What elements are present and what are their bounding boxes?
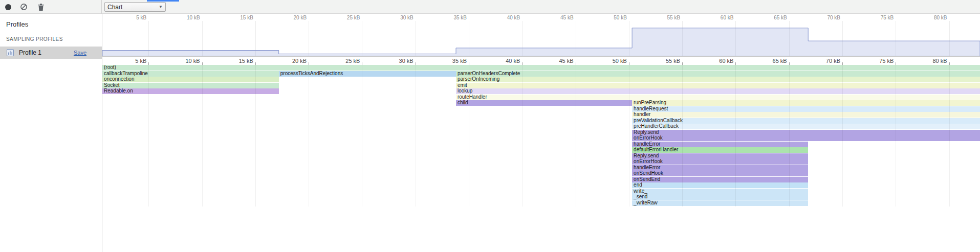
flame-chart-area: 5 kB10 kB15 kB20 kB25 kB30 kB35 kB40 kB4…	[102, 14, 980, 252]
flame-bar[interactable]: (root)	[102, 65, 980, 71]
flame-bar[interactable]: parserOnHeadersComplete	[456, 71, 980, 77]
flame-bar[interactable]: write_	[632, 189, 808, 194]
flame-bar-label: handleError	[634, 142, 660, 147]
overview-pane[interactable]: 5 kB10 kB15 kB20 kB25 kB30 kB35 kB40 kB4…	[102, 14, 980, 57]
flame-bar-label: child	[458, 100, 468, 105]
ruler-tick-label: 80 kB	[932, 58, 949, 64]
profile-icon	[6, 49, 14, 57]
toolbar-separator	[101, 0, 102, 14]
profile-name: Profile 1	[19, 49, 41, 56]
chart-view-select[interactable]: Chart ▼	[104, 2, 166, 12]
view-select-value: Chart	[107, 4, 122, 11]
flame-bar-label: Socket	[104, 83, 120, 88]
flame-bar-label: onSendEnd	[634, 177, 660, 182]
flame-bar-label: _send	[634, 194, 647, 199]
flame-bar-label: callbackTrampoline	[104, 71, 148, 76]
flame-bar-label: preHandlerCallback	[634, 124, 679, 129]
flame-bar-label: emit	[458, 83, 467, 88]
flame-bar-label: onSendHook	[634, 171, 663, 176]
trash-icon	[37, 3, 45, 11]
sidebar: Profiles SAMPLING PROFILES Profile 1 Sav…	[0, 14, 102, 252]
flame-bar-label: parserOnHeadersComplete	[458, 71, 520, 76]
flame-bar-label: lookup	[458, 88, 472, 94]
toolbar: Chart ▼	[0, 0, 980, 14]
flame-bars: (root)callbackTrampolineprocessTicksAndR…	[102, 65, 980, 252]
flame-bar-label: parserOnIncoming	[458, 77, 499, 82]
flame-bar[interactable]: onSendHook	[632, 171, 808, 176]
profiles-heading: Profiles	[6, 20, 28, 28]
ruler-tick-label: 5 kB	[135, 58, 148, 64]
flame-bar-label: routeHandler	[458, 95, 487, 100]
ruler-tick-label: 55 kB	[666, 58, 682, 64]
flame-bar-label: handleRequest	[634, 106, 668, 111]
record-icon	[5, 4, 11, 10]
main-ruler: 5 kB10 kB15 kB20 kB25 kB30 kB35 kB40 kB4…	[102, 57, 980, 65]
flame-bar-label: Reply.send	[634, 130, 659, 135]
flame-bar[interactable]: defaultErrorHandler	[632, 147, 808, 153]
overview-graph	[102, 14, 980, 56]
chevron-down-icon: ▼	[159, 5, 163, 9]
ruler-tick-label: 60 kB	[719, 58, 735, 64]
flame-bar-label: _writeRaw	[634, 200, 658, 205]
flame-bar-label: preValidationCallback	[634, 118, 683, 123]
record-button[interactable]	[3, 0, 13, 14]
flame-bar[interactable]: handleRequest	[632, 106, 980, 112]
flame-bar[interactable]: lookup	[456, 88, 980, 94]
ruler-tick-label: 70 kB	[826, 58, 842, 64]
flame-bar[interactable]: parserOnIncoming	[456, 77, 980, 82]
ruler-tick-label: 75 kB	[879, 58, 896, 64]
profile-item[interactable]: Profile 1 Save	[0, 47, 102, 59]
flame-bar[interactable]: onErrorHook	[632, 159, 808, 165]
flame-bar-label: runPreParsing	[634, 100, 666, 105]
flame-bar[interactable]: onconnection	[102, 77, 279, 82]
flame-bar[interactable]: _writeRaw	[632, 200, 808, 206]
flame-bar[interactable]: preValidationCallback	[632, 118, 980, 124]
flame-bar[interactable]: Readable.on	[102, 88, 279, 94]
ruler-tick-label: 50 kB	[613, 58, 629, 64]
flame-bar[interactable]: preHandlerCallback	[632, 124, 980, 129]
clear-profiles-button[interactable]	[18, 0, 29, 14]
flame-bar[interactable]: Socket	[102, 83, 279, 88]
ruler-tick-label: 25 kB	[345, 58, 362, 64]
flame-bar[interactable]: runPreParsing	[632, 100, 980, 106]
flame-bar[interactable]: callbackTrampoline	[102, 71, 279, 77]
flame-bar[interactable]: processTicksAndRejections	[279, 71, 456, 77]
ruler-tick-label: 65 kB	[773, 58, 789, 64]
ruler-tick-label: 15 kB	[239, 58, 255, 64]
ruler-tick-label: 45 kB	[559, 58, 575, 64]
flame-bar[interactable]: handleError	[632, 142, 808, 147]
flame-bar[interactable]: Reply.send	[632, 153, 808, 159]
flame-bar-label: onErrorHook	[634, 135, 663, 141]
flame-bar-label: write_	[634, 189, 647, 194]
delete-profile-button[interactable]	[36, 0, 46, 14]
flame-bar-label: onErrorHook	[634, 159, 663, 164]
flame-bar[interactable]: handler	[632, 112, 980, 118]
save-link[interactable]: Save	[74, 50, 86, 56]
flame-bar[interactable]: onSendEnd	[632, 177, 808, 182]
flame-bar-label: end	[634, 182, 642, 188]
ruler-tick-label: 35 kB	[452, 58, 469, 64]
memory-profiler-panel: Chart ▼ Profiles SAMPLING PROFILES Profi…	[0, 0, 980, 252]
flame-bar[interactable]: routeHandler	[456, 95, 980, 100]
flame-bar[interactable]: child	[456, 100, 632, 106]
flame-bar[interactable]: _send	[632, 194, 808, 200]
sampling-profiles-heading: SAMPLING PROFILES	[6, 36, 63, 42]
flame-bar[interactable]: onErrorHook	[632, 135, 980, 141]
flame-bar[interactable]: emit	[456, 83, 980, 88]
ruler-tick-label: 40 kB	[506, 58, 522, 64]
ruler-tick-label: 20 kB	[292, 58, 309, 64]
clear-icon	[20, 3, 28, 11]
flame-bar-label: defaultErrorHandler	[634, 147, 678, 152]
flame-bar-label: (root)	[104, 65, 116, 70]
flame-bar-label: handler	[634, 112, 650, 117]
flame-bar[interactable]: handleError	[632, 165, 808, 171]
flame-bar-label: onconnection	[104, 77, 135, 82]
flame-bar[interactable]: Reply.send	[632, 130, 980, 135]
flame-bar-label: Reply.send	[634, 153, 659, 158]
flame-bar[interactable]: end	[632, 182, 808, 188]
ruler-tick-label: 30 kB	[399, 58, 416, 64]
ruler-tick-label: 10 kB	[185, 58, 202, 64]
tab-indicator	[147, 0, 179, 2]
flame-chart[interactable]: (root)callbackTrampolineprocessTicksAndR…	[102, 65, 980, 252]
flame-bar-label: handleError	[634, 165, 660, 170]
